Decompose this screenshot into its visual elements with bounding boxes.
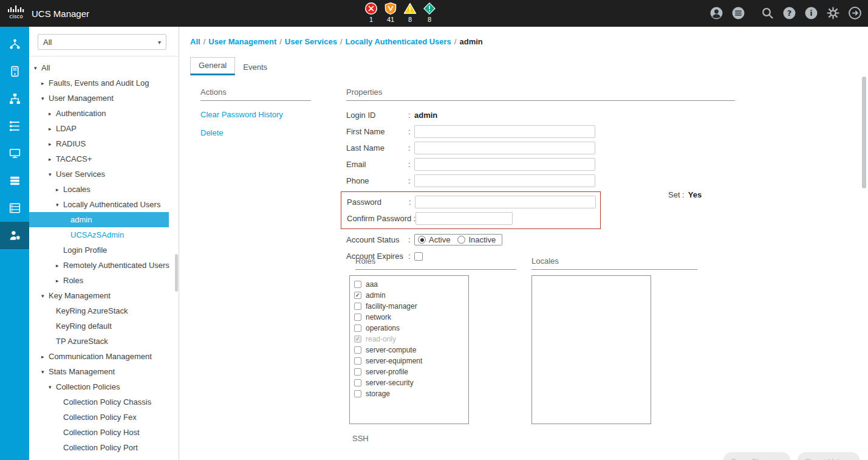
tree-item-radius[interactable]: ▸RADIUS bbox=[29, 136, 169, 151]
search-icon[interactable] bbox=[760, 6, 774, 20]
navigation-filter-dropdown[interactable]: All ▾ bbox=[38, 34, 166, 50]
tree-item-collection-policy-fex[interactable]: Collection Policy Fex bbox=[29, 410, 169, 425]
tree-item-admin[interactable]: admin bbox=[29, 212, 169, 227]
tree-item-communication-management[interactable]: ▸Communication Management bbox=[29, 349, 169, 364]
fault-warning-indicator[interactable]: 8 bbox=[420, 2, 439, 23]
tree-collapsed-arrow-icon[interactable]: ▸ bbox=[56, 187, 63, 193]
tree-collapsed-arrow-icon[interactable]: ▸ bbox=[56, 263, 63, 269]
rail-item-lan[interactable] bbox=[0, 85, 29, 112]
clear-password-history-link[interactable]: Clear Password History bbox=[200, 110, 311, 119]
tree-expanded-arrow-icon[interactable]: ▾ bbox=[41, 293, 49, 299]
tree-item-ldap[interactable]: ▸LDAP bbox=[29, 121, 169, 136]
tree-item-locally-authenticated-users[interactable]: ▾Locally Authenticated Users bbox=[29, 197, 169, 212]
breadcrumb-link-locally-authenticated-users[interactable]: Locally Authenticated Users bbox=[346, 37, 451, 46]
tree-item-all[interactable]: ▾All bbox=[29, 60, 169, 75]
email-input[interactable] bbox=[414, 158, 595, 171]
tree-item-authentication[interactable]: ▸Authentication bbox=[29, 106, 169, 121]
last-name-input[interactable] bbox=[414, 142, 595, 154]
reset-values-button[interactable]: Reset Values bbox=[797, 452, 860, 460]
tree-collapsed-arrow-icon[interactable]: ▸ bbox=[41, 354, 49, 360]
locales-listbox[interactable] bbox=[531, 275, 651, 424]
role-checkbox-server-security[interactable] bbox=[354, 379, 361, 386]
tree-item-roles[interactable]: ▸Roles bbox=[29, 273, 169, 288]
role-checkbox-aaa[interactable] bbox=[354, 281, 361, 288]
tree-item-locales[interactable]: ▸Locales bbox=[29, 182, 169, 197]
save-changes-button[interactable]: Save Changes bbox=[723, 452, 791, 460]
role-checkbox-network[interactable] bbox=[354, 314, 361, 321]
role-item-admin[interactable]: ✓admin bbox=[350, 290, 468, 301]
breadcrumb-link-user-management[interactable]: User Management bbox=[208, 37, 276, 46]
role-checkbox-server-profile[interactable] bbox=[354, 368, 361, 376]
tree-item-login-profile[interactable]: Login Profile bbox=[29, 242, 169, 258]
tree-item-user-management[interactable]: ▾User Management bbox=[29, 91, 169, 106]
rail-item-admin[interactable] bbox=[0, 222, 29, 249]
role-checkbox-operations[interactable] bbox=[354, 324, 361, 332]
role-item-server-profile[interactable]: server-profile bbox=[350, 366, 468, 377]
content-scrollbar-thumb[interactable] bbox=[862, 77, 866, 188]
list-icon[interactable] bbox=[731, 6, 745, 20]
tree-item-user-services[interactable]: ▾User Services bbox=[29, 166, 169, 182]
tree-item-collection-policy-chassis[interactable]: Collection Policy Chassis bbox=[29, 394, 169, 410]
tree-scrollbar[interactable] bbox=[175, 57, 178, 460]
role-checkbox-server-equipment[interactable] bbox=[354, 357, 361, 365]
breadcrumb-link-all[interactable]: All bbox=[190, 37, 200, 46]
first-name-input[interactable] bbox=[414, 125, 595, 138]
rail-item-san[interactable] bbox=[0, 112, 29, 140]
rail-item-storage[interactable] bbox=[0, 167, 29, 194]
tab-general[interactable]: General bbox=[190, 57, 235, 75]
role-item-network[interactable]: network bbox=[350, 312, 468, 323]
tree-collapsed-arrow-icon[interactable]: ▸ bbox=[49, 141, 56, 147]
rail-item-chassis[interactable] bbox=[0, 194, 29, 222]
tree-item-key-management[interactable]: ▾Key Management bbox=[29, 288, 169, 303]
delete-link[interactable]: Delete bbox=[200, 128, 311, 137]
tree-expanded-arrow-icon[interactable]: ▾ bbox=[34, 65, 41, 71]
help-icon[interactable]: ? bbox=[782, 6, 796, 20]
tree-expanded-arrow-icon[interactable]: ▾ bbox=[56, 202, 63, 208]
tree-item-collection-policy-host[interactable]: Collection Policy Host bbox=[29, 425, 169, 440]
role-checkbox-read-only[interactable]: ✓ bbox=[354, 335, 361, 343]
tree-expanded-arrow-icon[interactable]: ▾ bbox=[41, 369, 49, 375]
logout-icon[interactable] bbox=[848, 6, 862, 20]
rail-item-vm[interactable] bbox=[0, 140, 29, 167]
role-item-server-compute[interactable]: server-compute bbox=[350, 345, 468, 355]
breadcrumb-link-user-services[interactable]: User Services bbox=[285, 37, 337, 46]
rail-item-servers[interactable] bbox=[0, 58, 29, 85]
tree-item-keyring-azurestack[interactable]: KeyRing AzureStack bbox=[29, 303, 169, 318]
fault-minor-indicator[interactable]: 8 bbox=[401, 2, 419, 23]
role-item-operations[interactable]: operations bbox=[350, 323, 468, 334]
tree-item-tp-azurestack[interactable]: TP AzureStack bbox=[29, 334, 169, 349]
gear-icon[interactable] bbox=[826, 6, 840, 20]
tree-collapsed-arrow-icon[interactable]: ▸ bbox=[41, 80, 49, 86]
role-item-read-only[interactable]: ✓read-only bbox=[350, 334, 468, 345]
account-status-radio-inactive[interactable]: Inactive bbox=[457, 235, 496, 244]
role-checkbox-server-compute[interactable] bbox=[354, 346, 361, 354]
role-checkbox-storage[interactable] bbox=[354, 390, 361, 397]
tree-item-tacacs[interactable]: ▸TACACS+ bbox=[29, 151, 169, 166]
tree-scrollbar-thumb[interactable] bbox=[175, 254, 178, 292]
info-icon[interactable]: i bbox=[804, 6, 818, 20]
role-item-server-security[interactable]: server-security bbox=[350, 377, 468, 388]
tree-item-faults-events-and-audit-log[interactable]: ▸Faults, Events and Audit Log bbox=[29, 75, 169, 91]
tree-item-ucsazsadmin[interactable]: UCSAzSAdmin bbox=[29, 227, 169, 242]
role-checkbox-facility-manager[interactable] bbox=[354, 303, 361, 310]
tree-item-collection-policies[interactable]: ▾Collection Policies bbox=[29, 379, 169, 394]
tree-item-stats-management[interactable]: ▾Stats Management bbox=[29, 364, 169, 379]
password-input[interactable] bbox=[415, 196, 596, 208]
tree-collapsed-arrow-icon[interactable]: ▸ bbox=[56, 278, 63, 284]
content-scrollbar[interactable] bbox=[862, 77, 866, 456]
tree-expanded-arrow-icon[interactable]: ▾ bbox=[49, 171, 56, 177]
fault-critical-indicator[interactable]: 1 bbox=[362, 2, 380, 23]
tree-item-keyring-default[interactable]: KeyRing default bbox=[29, 318, 169, 334]
tree-expanded-arrow-icon[interactable]: ▾ bbox=[49, 384, 56, 390]
phone-input[interactable] bbox=[414, 174, 595, 187]
fault-major-indicator[interactable]: 41 bbox=[381, 2, 400, 23]
tree-collapsed-arrow-icon[interactable]: ▸ bbox=[49, 111, 56, 117]
role-item-server-equipment[interactable]: server-equipment bbox=[350, 355, 468, 366]
role-item-aaa[interactable]: aaa bbox=[350, 279, 468, 290]
tree-item-collection-policy-port[interactable]: Collection Policy Port bbox=[29, 440, 169, 455]
tree-collapsed-arrow-icon[interactable]: ▸ bbox=[49, 156, 56, 162]
tree-expanded-arrow-icon[interactable]: ▾ bbox=[41, 95, 49, 101]
roles-listbox[interactable]: aaa✓adminfacility-managernetworkoperatio… bbox=[349, 275, 469, 424]
confirm-password-input[interactable] bbox=[415, 212, 513, 225]
user-icon[interactable] bbox=[709, 6, 723, 20]
